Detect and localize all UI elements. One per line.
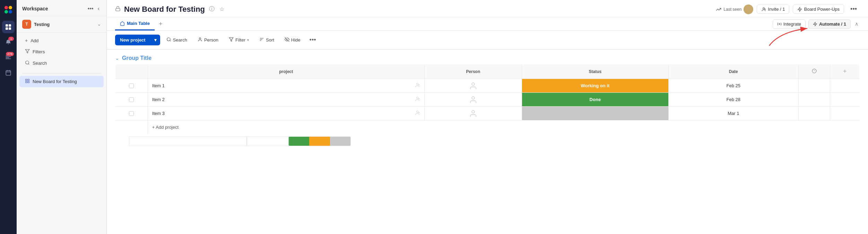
power-ups-button[interactable]: Board Power-Ups: [793, 4, 844, 14]
row2-info-cell: [798, 93, 830, 107]
th-project: project: [148, 64, 424, 79]
person-label: Person: [204, 37, 218, 43]
add-column-button[interactable]: +: [843, 68, 847, 75]
svg-point-50: [472, 110, 475, 113]
workspace-row[interactable]: T Testing ⌄: [17, 16, 106, 33]
board-star-button[interactable]: ☆: [219, 5, 225, 13]
sort-icon: [259, 37, 264, 43]
lock-icon: [115, 6, 121, 13]
row3-status-badge[interactable]: [522, 107, 668, 120]
svg-point-25: [779, 23, 780, 24]
tabs-right: Integrate Automate / 1 ∧: [773, 19, 860, 29]
table-row: Item 1 Working on it: [115, 79, 860, 93]
th-add[interactable]: +: [830, 64, 860, 79]
row1-status-badge[interactable]: Working on it: [522, 79, 668, 92]
row1-add-cell: [830, 79, 860, 93]
group-collapse-button[interactable]: ⌄: [115, 55, 119, 61]
summary-done: [289, 137, 309, 146]
tab-main-table[interactable]: Main Table: [115, 17, 155, 30]
integrate-button[interactable]: Integrate: [773, 19, 806, 29]
hide-label: Hide: [291, 37, 301, 43]
sidebar-filters-button[interactable]: Filters: [22, 46, 101, 57]
last-seen-label: Last seen: [723, 7, 741, 12]
th-person: Person: [424, 64, 522, 79]
table-row: Item 3: [115, 107, 860, 120]
calendar-icon[interactable]: [2, 66, 15, 79]
row1-info-cell: [798, 79, 830, 93]
group-header: ⌄ Group Title: [115, 55, 860, 61]
row1-add-person-icon[interactable]: [415, 82, 420, 89]
svg-point-1: [9, 6, 12, 9]
svg-point-20: [747, 7, 750, 9]
sidebar-add-button[interactable]: + Add: [22, 35, 101, 46]
filter-sidebar-icon: [25, 49, 30, 55]
board-icon: [25, 79, 30, 84]
toolbar-more-button[interactable]: •••: [307, 34, 319, 46]
svg-marker-24: [798, 7, 802, 11]
row3-checkbox[interactable]: [129, 111, 134, 116]
row2-person-cell: [424, 93, 522, 107]
row1-checkbox-cell: [115, 79, 148, 93]
row3-date-cell: Mar 1: [668, 107, 798, 120]
row2-date-cell: Feb 28: [668, 93, 798, 107]
row1-date[interactable]: Feb 25: [669, 79, 798, 92]
add-row-checkbox: [115, 120, 148, 134]
search-label: Search: [173, 37, 187, 43]
new-project-button[interactable]: New project ▾: [115, 35, 160, 45]
search-button[interactable]: Search: [162, 35, 191, 45]
row3-date[interactable]: Mar 1: [669, 107, 798, 120]
new-project-arrow-icon: ▾: [151, 35, 160, 45]
person-button[interactable]: Person: [193, 35, 223, 45]
row2-status-badge[interactable]: Done: [522, 93, 668, 106]
invite-button[interactable]: Invite / 1: [757, 4, 789, 14]
header-more-button[interactable]: •••: [848, 4, 860, 14]
svg-rect-8: [6, 71, 11, 75]
row1-checkbox[interactable]: [129, 83, 134, 88]
board-info-button[interactable]: ⓘ: [208, 5, 215, 14]
tab-add-button[interactable]: +: [156, 18, 165, 30]
svg-point-0: [5, 6, 8, 9]
bell-badge: 1: [8, 37, 14, 41]
sidebar-more-button[interactable]: •••: [86, 5, 95, 12]
add-project-button[interactable]: + Add project: [152, 125, 179, 130]
row2-add-cell: [830, 93, 860, 107]
table-row: Item 2 Done: [115, 93, 860, 107]
svg-marker-12: [25, 50, 29, 53]
board-table: project Person Status Date +: [115, 64, 860, 134]
svg-rect-17: [26, 81, 27, 83]
hide-button[interactable]: Hide: [280, 35, 305, 45]
search-icon: [166, 37, 171, 43]
sidebar-collapse-button[interactable]: ‹: [96, 5, 101, 12]
filter-button[interactable]: Filter ▾: [225, 35, 253, 45]
sidebar-search-button[interactable]: Search: [22, 58, 101, 69]
row2-date[interactable]: Feb 28: [669, 93, 798, 106]
svg-rect-6: [6, 27, 8, 30]
filter-chevron-icon: ▾: [247, 38, 249, 42]
svg-point-46: [472, 97, 475, 99]
svg-line-14: [28, 64, 29, 65]
svg-rect-7: [9, 27, 11, 30]
inbox-icon[interactable]: 276: [2, 51, 15, 64]
group-title[interactable]: Group Title: [122, 55, 151, 61]
svg-rect-19: [116, 8, 120, 11]
search-sidebar-icon: [25, 60, 30, 66]
person-icon: [198, 37, 202, 43]
bell-icon[interactable]: 1: [2, 36, 15, 48]
svg-point-28: [167, 38, 170, 41]
row3-add-person-icon[interactable]: [415, 110, 420, 117]
sidebar: Workspace ••• ‹ T Testing ⌄ + Add Filter…: [17, 0, 107, 234]
automate-button[interactable]: Automate / 1: [808, 19, 851, 29]
summary-empty: [330, 137, 350, 146]
row2-checkbox[interactable]: [129, 97, 134, 102]
svg-rect-18: [28, 81, 29, 83]
sidebar-item-new-board[interactable]: New Board for Testing: [19, 76, 104, 87]
svg-marker-26: [814, 22, 817, 26]
sidebar-header: Workspace ••• ‹: [17, 0, 106, 16]
grid-icon[interactable]: [2, 21, 15, 33]
workspace-name-label: Testing: [34, 22, 50, 27]
svg-point-47: [416, 111, 418, 112]
tabs-collapse-button[interactable]: ∧: [853, 20, 860, 28]
row2-add-person-icon[interactable]: [415, 96, 420, 103]
invite-label: Invite / 1: [768, 7, 785, 12]
sort-button[interactable]: Sort: [255, 35, 278, 45]
